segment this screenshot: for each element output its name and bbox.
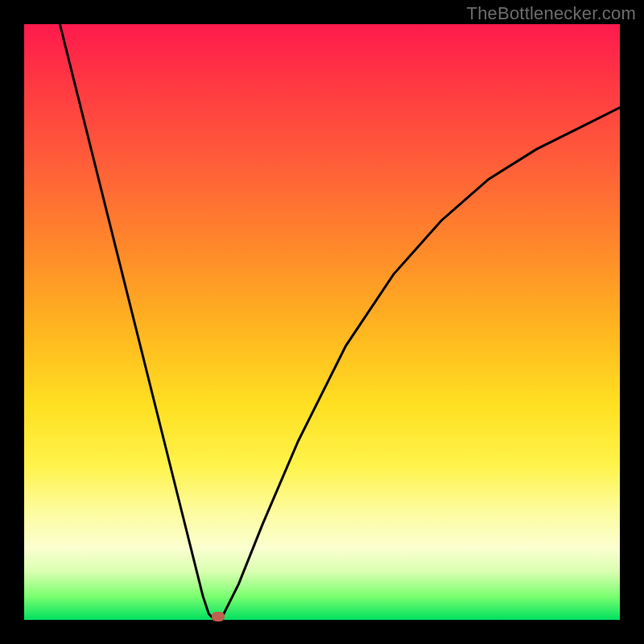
plot-area xyxy=(24,24,620,620)
curve-layer xyxy=(24,24,620,620)
attribution-label: TheBottlenecker.com xyxy=(467,3,636,24)
chart-frame: TheBottlenecker.com xyxy=(0,0,644,644)
bottleneck-curve xyxy=(60,24,620,620)
optimum-marker xyxy=(212,612,225,621)
